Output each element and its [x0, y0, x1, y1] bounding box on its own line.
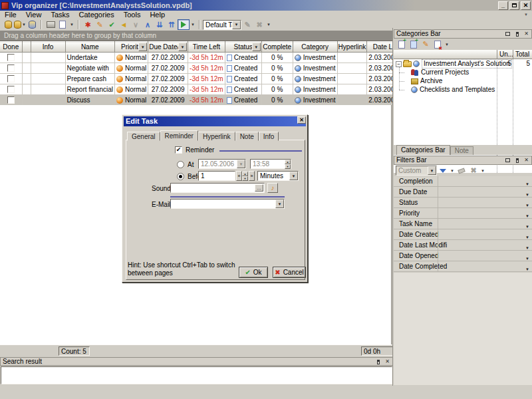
close-icon[interactable]: ✕: [384, 358, 391, 365]
col-name[interactable]: Name: [65, 42, 114, 53]
tree-item-checklists[interactable]: Checklists and Templates: [394, 86, 532, 94]
move-up-icon[interactable]: ∧: [142, 19, 154, 30]
maximize-panel-icon[interactable]: [504, 31, 511, 37]
new-task-icon[interactable]: ✱: [82, 19, 94, 30]
close-icon[interactable]: ✕: [523, 157, 530, 164]
tab-note[interactable]: Note: [450, 146, 473, 155]
filter-row-status[interactable]: Status▼: [394, 198, 532, 208]
yellow-arrow-icon[interactable]: ◄: [118, 19, 130, 30]
done-checkbox[interactable]: [7, 65, 15, 72]
pin-icon[interactable]: [513, 31, 521, 37]
move-bottom-icon[interactable]: ⇊: [154, 19, 166, 30]
remove-type-icon[interactable]: ✖: [253, 19, 265, 30]
filter-row-date-opened[interactable]: Date Opened▼: [394, 251, 532, 261]
search-result-list[interactable]: [1, 366, 392, 384]
delete-filter-icon[interactable]: ✖: [467, 166, 479, 176]
filters-bar-title: Filters Bar: [396, 156, 427, 164]
filter-row-date-completed[interactable]: Date Completed▼: [394, 261, 532, 272]
save-database-icon[interactable]: [26, 19, 38, 30]
status-filter-dropdown[interactable]: ▼: [252, 43, 261, 51]
col-total[interactable]: Total: [513, 50, 532, 59]
done-checkbox[interactable]: [7, 75, 15, 82]
menu-file[interactable]: File: [0, 11, 21, 19]
pin-icon[interactable]: [374, 358, 382, 365]
menu-tools[interactable]: Tools: [119, 11, 146, 19]
filter-row-due-date[interactable]: Due Date▼: [394, 187, 532, 198]
clear-filter-icon[interactable]: [456, 166, 467, 176]
priority-filter-dropdown[interactable]: ▼: [138, 43, 147, 51]
add-subcategory-icon[interactable]: +: [408, 39, 420, 50]
menubar-overflow-icon[interactable]: ▼: [524, 13, 532, 17]
edit-category-icon[interactable]: ✎: [420, 39, 432, 50]
app-icon: [1, 2, 9, 9]
menu-view[interactable]: View: [21, 11, 47, 19]
delete-category-icon[interactable]: ✖: [432, 39, 444, 50]
close-button[interactable]: ✕: [521, 1, 531, 10]
apply-filter-icon[interactable]: [437, 166, 449, 176]
toolbar-overflow-icon[interactable]: ▼: [190, 23, 196, 27]
tab-note[interactable]: Note: [235, 132, 259, 141]
col-complete[interactable]: Complete: [261, 42, 293, 53]
new-database-icon[interactable]: [2, 19, 14, 30]
filter-preset-dropdown-icon[interactable]: ▼: [428, 166, 436, 175]
tab-hyperlink[interactable]: Hyperlink: [198, 132, 235, 141]
col-done[interactable]: Done: [0, 42, 22, 53]
menu-categories[interactable]: Categories: [74, 11, 119, 19]
menu-help[interactable]: Help: [145, 11, 170, 19]
print-icon[interactable]: [45, 19, 57, 30]
menu-tasks[interactable]: Tasks: [46, 11, 74, 19]
filter-row-task-name[interactable]: Task Name▼: [394, 219, 532, 229]
tab-reminder[interactable]: Reminder: [160, 130, 198, 141]
col-info[interactable]: Info: [31, 42, 65, 53]
col-priority[interactable]: Priority▼: [114, 42, 148, 53]
open-database-icon[interactable]: ▼: [14, 19, 26, 30]
apply-type-icon[interactable]: ✎: [241, 19, 253, 30]
toolbar-overflow-icon[interactable]: ▼: [265, 23, 272, 27]
toolbar-overflow-icon[interactable]: ▼: [68, 23, 75, 27]
minimize-button[interactable]: _: [498, 1, 508, 10]
filter-preset-combo[interactable]: Custom ▼: [396, 166, 437, 176]
close-icon[interactable]: ✕: [523, 31, 530, 37]
filter-row-date-created[interactable]: Date Created▼: [394, 229, 532, 240]
done-checkbox[interactable]: [7, 86, 15, 93]
categories-toolbar-overflow-icon[interactable]: ▼: [444, 43, 450, 47]
col-category[interactable]: Category: [293, 42, 337, 53]
col-time-left[interactable]: Time Left: [188, 42, 225, 53]
pin-icon[interactable]: [513, 157, 521, 164]
complete-task-icon[interactable]: ✔: [106, 19, 118, 30]
filter-row-completion[interactable]: Completion▼: [394, 176, 532, 187]
tree-item-archive[interactable]: Archive: [394, 77, 532, 85]
done-checkbox[interactable]: [7, 54, 15, 61]
due-filter-dropdown[interactable]: ▼: [178, 43, 187, 51]
edit-task-icon[interactable]: ✎: [94, 19, 106, 30]
group-by-band[interactable]: Drag a column header here to group by th…: [0, 31, 392, 41]
print-preview-icon[interactable]: [57, 19, 68, 30]
col-due[interactable]: Due Date&Ti▼: [148, 42, 188, 53]
priority-normal-icon: [116, 55, 123, 61]
tab-categories-bar[interactable]: Categories Bar: [396, 145, 450, 155]
col-status[interactable]: Status▼: [225, 42, 261, 53]
col-hyperlink[interactable]: Hyperlink: [337, 42, 367, 53]
done-checkbox[interactable]: [7, 96, 15, 104]
apply-filter-dropdown-icon[interactable]: ▼: [449, 169, 456, 173]
move-top-icon[interactable]: ⇈: [166, 19, 178, 30]
task-type-combo[interactable]: Default Task V ▼: [203, 20, 241, 30]
col-info-ball[interactable]: [22, 42, 31, 53]
task-type-dropdown-icon[interactable]: ▼: [232, 21, 241, 29]
maximize-panel-icon[interactable]: [504, 157, 511, 164]
filter-row-priority[interactable]: Priority▼: [394, 208, 532, 219]
green-play-icon[interactable]: [178, 19, 190, 30]
tab-info[interactable]: Info: [259, 132, 279, 141]
restore-button[interactable]: [509, 1, 519, 10]
filter-row-date-last-modified[interactable]: Date Last Modifi▼: [394, 240, 532, 251]
col-unread[interactable]: Un...: [497, 50, 513, 59]
filters-toolbar-overflow-icon[interactable]: ▼: [479, 169, 486, 173]
tab-general[interactable]: General: [127, 132, 160, 141]
search-panel-header: Search result ✕: [0, 357, 393, 366]
move-down-icon[interactable]: ∨: [130, 19, 142, 30]
dialog-close-button[interactable]: ✕: [297, 116, 306, 124]
collapse-icon[interactable]: −: [396, 61, 402, 67]
add-category-icon[interactable]: +: [396, 39, 408, 50]
open-folder-icon: [403, 61, 412, 67]
tree-item-current-projects[interactable]: Current Projects: [394, 68, 532, 76]
